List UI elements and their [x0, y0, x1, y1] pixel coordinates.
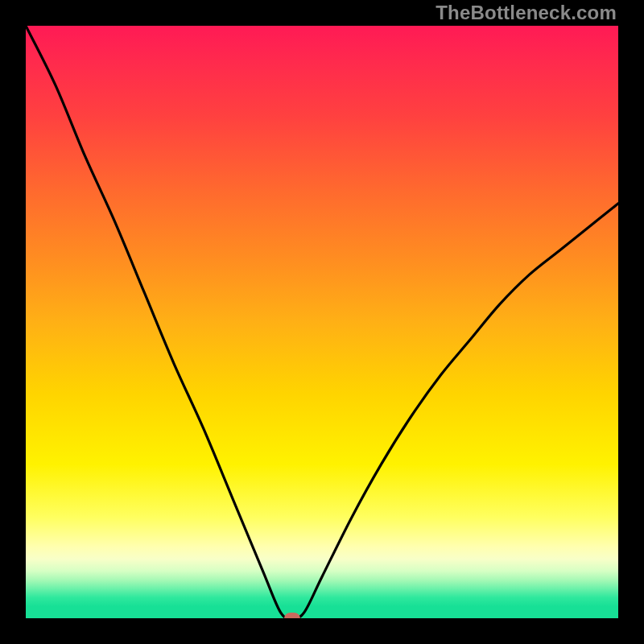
- chart-frame: TheBottleneck.com: [0, 0, 644, 644]
- plot-area: [26, 26, 618, 618]
- bottleneck-curve: [26, 26, 618, 618]
- optimal-point-marker: [284, 613, 300, 618]
- watermark-text: TheBottleneck.com: [436, 2, 617, 24]
